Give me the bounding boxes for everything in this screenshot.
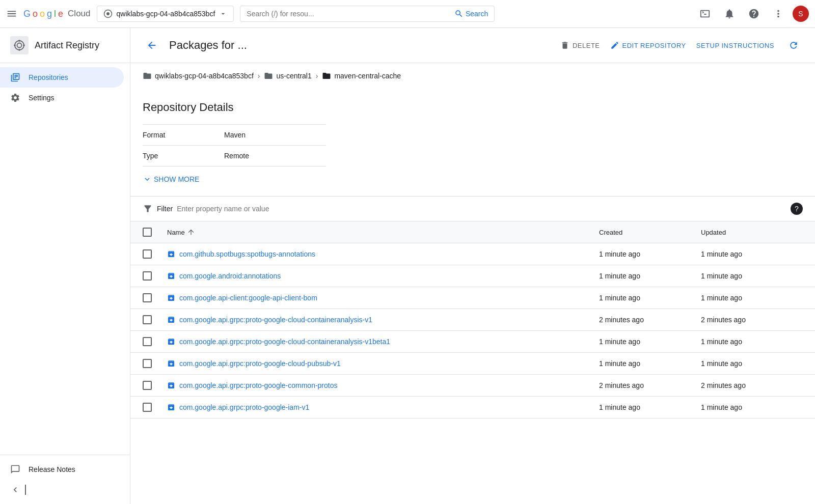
svg-point-5 [18,40,20,42]
row-updated-4: 1 minute ago [701,338,803,346]
table-row: com.github.spotbugs:spotbugs-annotations… [130,243,815,265]
breadcrumb-repo[interactable]: maven-central-cache [322,71,401,80]
detail-row-format: Format Maven [143,125,326,146]
row-checkbox-6[interactable] [143,381,152,390]
th-name[interactable]: Name [167,228,599,237]
package-icon-1 [167,272,175,280]
svg-point-6 [18,49,20,51]
sidebar-item-settings[interactable]: Settings [0,88,124,108]
row-checkbox-7[interactable] [143,403,152,412]
nav-icons: S [695,4,809,24]
package-link-5[interactable]: com.google.api.grpc:proto-google-cloud-p… [167,359,599,368]
breadcrumb-location[interactable]: us-central1 [264,71,311,80]
search-button[interactable]: Search [454,9,488,18]
help-icon[interactable] [744,4,764,24]
filter-input[interactable] [177,205,786,213]
row-created-3: 2 minutes ago [599,316,701,324]
more-options-icon[interactable] [768,4,789,24]
row-checkbox-2[interactable] [143,293,152,302]
table-row: com.google.api.grpc:proto-google-cloud-c… [130,309,815,331]
delete-label: DELETE [573,42,600,49]
row-created-7: 1 minute ago [599,403,701,411]
row-updated-7: 1 minute ago [701,403,803,411]
terminal-icon[interactable] [695,4,715,24]
row-name-cell-3: com.google.api.grpc:proto-google-cloud-c… [167,316,599,324]
package-link-0[interactable]: com.github.spotbugs:spotbugs-annotations [167,250,599,258]
hamburger-menu-icon[interactable] [6,8,17,19]
svg-point-1 [106,12,110,15]
svg-rect-2 [10,36,29,54]
package-link-6[interactable]: com.google.api.grpc:proto-google-common-… [167,381,599,389]
notifications-icon[interactable] [719,4,740,24]
sidebar-item-repositories[interactable]: Repositories [0,67,124,88]
navbar: Google Cloud qwiklabs-gcp-04-a8b4ca853bc… [0,0,815,28]
filter-icon [143,204,153,214]
google-logo: Google Cloud [23,9,91,19]
delete-button[interactable]: DELETE [560,41,600,50]
type-value: Remote [224,152,326,160]
collapse-sidebar-button[interactable] [0,480,130,500]
sidebar-bottom: Release Notes [0,455,130,504]
row-name-cell-7: com.google.api.grpc:proto-google-iam-v1 [167,403,599,411]
row-created-4: 1 minute ago [599,338,701,346]
breadcrumb-sep-1: › [258,72,260,80]
breadcrumb-location-label: us-central1 [276,72,311,80]
row-name-cell-2: com.google.api-client:google-api-client-… [167,294,599,302]
filter-help-icon[interactable]: ? [791,203,803,215]
sidebar-nav: Repositories Settings [0,63,130,455]
breadcrumb: qwiklabs-gcp-04-a8b4ca853bcf › us-centra… [130,63,815,89]
row-checkbox-1[interactable] [143,271,152,281]
package-link-2[interactable]: com.google.api-client:google-api-client-… [167,294,599,302]
search-input[interactable] [247,10,450,18]
setup-label: SETUP INSTRUCTIONS [696,42,774,49]
page-title: Packages for ... [169,39,552,52]
user-avatar[interactable]: S [793,6,809,22]
table-row: com.google.android:annotations 1 minute … [130,265,815,287]
row-updated-5: 1 minute ago [701,359,803,368]
row-checkbox-0[interactable] [143,249,152,259]
app-layout: Artifact Registry Repositories Settings [0,28,815,504]
row-name-cell-5: com.google.api.grpc:proto-google-cloud-p… [167,359,599,368]
table-row: com.google.api.grpc:proto-google-cloud-p… [130,353,815,375]
project-selector[interactable]: qwiklabs-gcp-04-a8b4ca853bcf [97,6,234,22]
table-row: com.google.api-client:google-api-client-… [130,287,815,309]
row-created-2: 1 minute ago [599,294,701,302]
package-link-3[interactable]: com.google.api.grpc:proto-google-cloud-c… [167,316,599,324]
row-name-cell-4: com.google.api.grpc:proto-google-cloud-c… [167,338,599,346]
refresh-button[interactable] [784,36,803,54]
breadcrumb-project[interactable]: qwiklabs-gcp-04-a8b4ca853bcf [143,71,254,80]
details-table: Format Maven Type Remote [143,124,326,166]
settings-icon [10,93,20,103]
show-more-button[interactable]: SHOW MORE [143,175,199,184]
th-created: Created [599,228,701,237]
setup-instructions-button[interactable]: SETUP INSTRUCTIONS [696,42,774,49]
main-content: Packages for ... DELETE EDIT REPOSITORY … [130,28,815,504]
edit-repository-button[interactable]: EDIT REPOSITORY [610,41,686,50]
row-created-0: 1 minute ago [599,250,701,258]
row-checkbox-3[interactable] [143,315,152,324]
package-link-1[interactable]: com.google.android:annotations [167,272,599,280]
select-all-checkbox[interactable] [143,228,152,237]
svg-point-8 [23,44,25,46]
row-name-cell-6: com.google.api.grpc:proto-google-common-… [167,381,599,389]
sidebar-item-label-settings: Settings [29,94,55,102]
sidebar-item-release-notes[interactable]: Release Notes [0,459,124,480]
package-icon-5 [167,359,175,368]
package-link-4[interactable]: com.google.api.grpc:proto-google-cloud-c… [167,338,599,346]
row-checkbox-4[interactable] [143,337,152,346]
th-updated: Updated [701,228,803,237]
back-button[interactable] [143,36,161,54]
row-created-5: 1 minute ago [599,359,701,368]
sidebar-logo-icon [10,36,29,54]
release-notes-icon [10,464,20,474]
breadcrumb-sep-2: › [316,72,318,80]
type-label: Type [143,152,224,160]
row-updated-3: 2 minutes ago [701,316,803,324]
row-created-6: 2 minutes ago [599,381,701,389]
search-label: Search [466,10,488,18]
row-checkbox-cell-0 [143,249,167,259]
row-checkbox-5[interactable] [143,359,152,368]
table-header: Name Created Updated [130,221,815,243]
format-label: Format [143,131,224,139]
package-link-7[interactable]: com.google.api.grpc:proto-google-iam-v1 [167,403,599,411]
